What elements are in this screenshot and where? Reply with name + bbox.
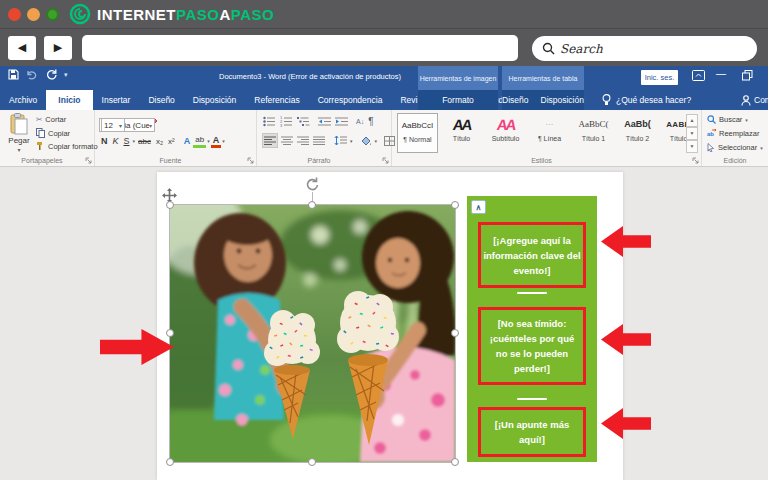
- underline-caret-icon[interactable]: ▾: [133, 138, 136, 144]
- font-size-combo[interactable]: 12▾: [101, 118, 125, 132]
- group-label-estilos: Estilos: [392, 157, 691, 164]
- sign-in-button[interactable]: Inic. ses.: [641, 70, 678, 85]
- italic-button[interactable]: K: [111, 134, 121, 148]
- shading-caret-icon[interactable]: ▾: [375, 138, 378, 144]
- style-scroll-down-icon[interactable]: ▼: [686, 127, 698, 140]
- screenshot-root: INTERNETPASOAPASO ◀ ▶ Search ▾: [0, 0, 768, 480]
- style-scroll-up-icon[interactable]: ▲: [686, 114, 698, 127]
- tab-referencias[interactable]: Referencias: [245, 90, 308, 110]
- callout-box-1[interactable]: [¡Agregue aquí la información clave del …: [478, 222, 586, 288]
- qat-customize-caret-icon[interactable]: ▾: [64, 71, 68, 79]
- font-color-button[interactable]: A: [211, 134, 222, 148]
- callout-box-3[interactable]: [¡Un apunte más aquí!]: [478, 407, 586, 457]
- restore-button[interactable]: [742, 70, 753, 81]
- style-linea[interactable]: ···¶ Línea: [529, 113, 570, 153]
- redo-button[interactable]: [45, 69, 57, 80]
- style-gallery-more-icon[interactable]: ▼: [686, 140, 698, 153]
- traffic-light-zoom-icon: [46, 8, 59, 21]
- group-fuente: Georgia (Cue▾ 12▾ A▲ A▼ Aa▾ N K S ▾ abc …: [95, 110, 257, 166]
- parrafo-dialog-launcher[interactable]: [382, 157, 389, 164]
- tab-inicio[interactable]: Inicio: [46, 90, 92, 110]
- address-input[interactable]: [82, 35, 518, 61]
- clipboard-icon: [10, 113, 28, 135]
- resize-handle-bottom-center[interactable]: [308, 458, 316, 466]
- tab-correspondencia[interactable]: Correspondencia: [309, 90, 392, 110]
- select-button[interactable]: Seleccionar▾: [707, 143, 763, 152]
- tab-formato-imagen[interactable]: Formato: [418, 90, 498, 110]
- resize-handle-bottom-right[interactable]: [451, 458, 459, 466]
- tab-diseno[interactable]: Diseño: [139, 90, 183, 110]
- style-titulo-1[interactable]: AaBbC(Título 1: [573, 113, 614, 153]
- font-color-caret-icon[interactable]: ▾: [222, 138, 225, 144]
- increase-indent-button[interactable]: [334, 114, 349, 129]
- site-logo: INTERNETPASOAPASO: [69, 3, 274, 25]
- multilevel-list-button[interactable]: [296, 114, 311, 129]
- strikethrough-button[interactable]: abc: [136, 134, 153, 148]
- resize-handle-top-left[interactable]: [166, 201, 174, 209]
- resize-handle-middle-right[interactable]: [451, 329, 459, 337]
- format-painter-button[interactable]: Copiar formato: [36, 141, 98, 151]
- ribbon-display-options-icon[interactable]: [692, 70, 705, 81]
- portapapeles-dialog-launcher[interactable]: [85, 157, 92, 164]
- numbering-button[interactable]: 123: [279, 114, 294, 129]
- highlight-button[interactable]: ab: [193, 134, 206, 148]
- style-subtitulo[interactable]: AASubtítulo: [485, 113, 526, 153]
- align-center-button[interactable]: [280, 133, 294, 148]
- fuente-dialog-launcher[interactable]: [247, 157, 254, 164]
- bullets-button[interactable]: [262, 114, 277, 129]
- tab-archivo[interactable]: Archivo: [0, 90, 46, 110]
- rotate-handle-icon[interactable]: [304, 176, 320, 192]
- person-icon: [741, 95, 751, 106]
- share-button[interactable]: Compa: [735, 90, 768, 110]
- forward-button[interactable]: ▶: [44, 36, 72, 60]
- style-titulo[interactable]: AATítulo: [441, 113, 482, 153]
- highlight-caret-icon[interactable]: ▾: [207, 138, 210, 144]
- save-button[interactable]: [8, 69, 19, 80]
- tell-me-button[interactable]: ¿Qué desea hacer?: [596, 90, 697, 110]
- template-text-panel[interactable]: ∧ [¡Agregue aquí la información clave de…: [467, 196, 597, 462]
- underline-button[interactable]: S: [122, 134, 132, 148]
- decrease-indent-button[interactable]: [317, 114, 332, 129]
- replace-button[interactable]: ab Reemplazar: [707, 129, 759, 138]
- resize-handle-bottom-left[interactable]: [166, 458, 174, 466]
- cut-button[interactable]: ✂ Cortar: [36, 115, 66, 124]
- paste-button[interactable]: Pegar ▾: [6, 113, 32, 155]
- text-effects-button[interactable]: A: [182, 134, 193, 148]
- tab-insertar[interactable]: Insertar: [93, 90, 140, 110]
- paragraph-row-1: 123 A↓ ¶: [262, 114, 375, 129]
- estilos-dialog-launcher[interactable]: [692, 157, 699, 164]
- copy-button[interactable]: Copiar: [36, 128, 70, 138]
- font-row-2: N K S ▾ abc x₂ x² A ab ▾ A ▾: [99, 134, 225, 148]
- tab-disposicion-tabla[interactable]: Disposición: [541, 95, 584, 105]
- search-box[interactable]: Search: [532, 36, 757, 61]
- resize-handle-top-right[interactable]: [451, 201, 459, 209]
- bold-button[interactable]: N: [99, 134, 110, 148]
- style-titulo-2[interactable]: AaBb(Título 2: [617, 113, 658, 153]
- back-button[interactable]: ◀: [8, 36, 36, 60]
- align-left-button[interactable]: [262, 133, 278, 148]
- minimize-button[interactable]: —: [716, 68, 726, 79]
- undo-button[interactable]: [26, 70, 38, 80]
- show-marks-button[interactable]: ¶: [367, 121, 374, 123]
- subscript-button[interactable]: x₂: [154, 134, 165, 148]
- align-right-button[interactable]: [296, 133, 310, 148]
- justify-button[interactable]: [312, 133, 326, 148]
- brush-icon: [36, 141, 45, 151]
- style-gallery: AaBbCcI¶ Normal AATítulo AASubtítulo ···…: [397, 113, 702, 153]
- shading-button[interactable]: [359, 133, 373, 148]
- traffic-light-close-icon: [8, 8, 21, 21]
- line-spacing-button[interactable]: [333, 133, 348, 148]
- style-normal[interactable]: AaBbCcI¶ Normal: [397, 113, 438, 153]
- line-spacing-caret-icon[interactable]: ▾: [350, 138, 353, 144]
- table-tools-header: Herramientas de tabla: [502, 66, 584, 90]
- tab-disposicion[interactable]: Disposición: [184, 90, 245, 110]
- superscript-button[interactable]: x²: [166, 134, 177, 148]
- resize-handle-top-center[interactable]: [308, 201, 316, 209]
- sort-button[interactable]: A↓: [355, 117, 365, 126]
- document-photo[interactable]: [170, 205, 455, 462]
- callout-box-2[interactable]: [No sea tímido: ¡cuénteles por qué no se…: [478, 307, 586, 385]
- collapse-chevron-icon[interactable]: ∧: [471, 200, 486, 214]
- resize-handle-middle-left[interactable]: [166, 329, 174, 337]
- tab-diseno-tabla[interactable]: Diseño: [502, 95, 528, 105]
- find-button[interactable]: Buscar▾: [707, 115, 748, 124]
